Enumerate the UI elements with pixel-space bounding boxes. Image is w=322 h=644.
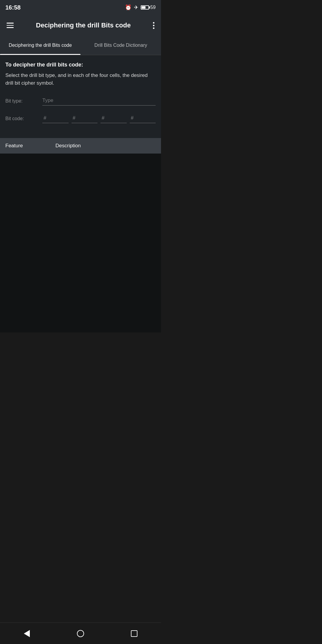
- app-bar: Deciphering the drill Bits code: [0, 15, 161, 36]
- bit-code-label: Bit code:: [5, 116, 38, 123]
- menu-icon[interactable]: [5, 21, 15, 29]
- status-icons: ⏰ ✈ 59: [125, 4, 156, 11]
- bit-type-input-wrapper: [42, 96, 156, 106]
- app-bar-title: Deciphering the drill Bits code: [21, 21, 146, 29]
- tab-bar: Deciphering the drill Bits code Drill Bi…: [0, 36, 161, 55]
- bit-code-inputs: [42, 114, 156, 123]
- battery-container: 59: [141, 5, 156, 10]
- status-time: 16:58: [5, 4, 21, 11]
- airplane-icon: ✈: [134, 4, 138, 11]
- bit-code-input-2[interactable]: [72, 114, 98, 123]
- status-bar: 16:58 ⏰ ✈ 59: [0, 0, 161, 15]
- table-header: Feature Description: [0, 138, 161, 154]
- bit-type-label: Bit type:: [5, 98, 38, 106]
- more-options-icon[interactable]: [152, 21, 156, 30]
- tab-dictionary[interactable]: Drill Bits Code Dictionary: [80, 36, 161, 55]
- alarm-icon: ⏰: [125, 4, 131, 11]
- description-body: Select the drill bit type, and in each o…: [5, 72, 156, 87]
- table-header-description: Description: [55, 143, 156, 149]
- bit-type-row: Bit type:: [5, 96, 156, 106]
- table-header-feature: Feature: [5, 143, 55, 149]
- battery-icon: [141, 5, 149, 10]
- bit-code-input-4[interactable]: [130, 114, 156, 123]
- bit-code-input-3[interactable]: [100, 114, 127, 123]
- battery-percent: 59: [150, 5, 156, 10]
- description-heading: To decipher the drill bits code:: [5, 62, 156, 68]
- tab-decipher[interactable]: Deciphering the drill Bits code: [0, 36, 80, 55]
- bit-type-input[interactable]: [42, 96, 156, 106]
- table-body: [0, 154, 161, 332]
- bit-code-row: Bit code:: [5, 114, 156, 123]
- content-area: To decipher the drill bits code: Select …: [0, 55, 161, 138]
- bit-code-input-1[interactable]: [42, 114, 69, 123]
